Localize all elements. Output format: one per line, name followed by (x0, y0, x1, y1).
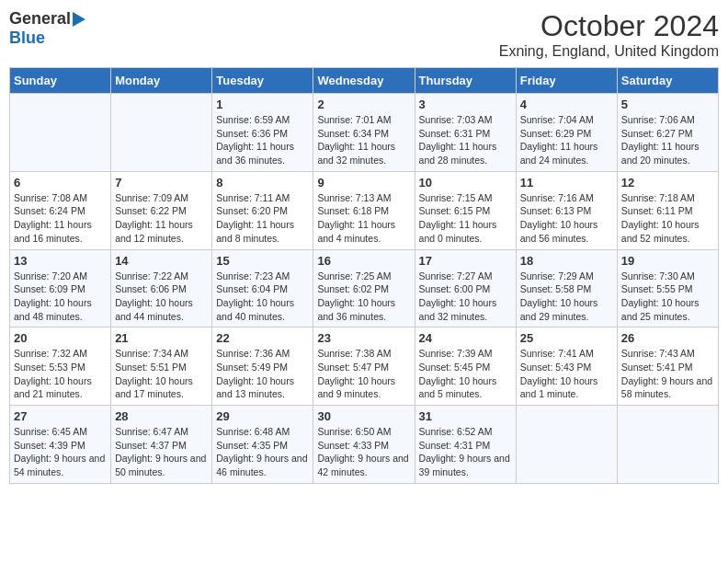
calendar-cell: 23Sunrise: 7:38 AM Sunset: 5:47 PM Dayli… (313, 327, 415, 406)
calendar-cell: 14Sunrise: 7:22 AM Sunset: 6:06 PM Dayli… (111, 249, 212, 327)
day-info: Sunrise: 7:30 AM Sunset: 5:55 PM Dayligh… (621, 270, 714, 324)
calendar-cell: 21Sunrise: 7:34 AM Sunset: 5:51 PM Dayli… (111, 327, 212, 406)
calendar-cell (111, 94, 212, 172)
day-number: 11 (520, 176, 613, 190)
day-of-week-header: Sunday (10, 68, 111, 94)
day-info: Sunrise: 6:45 AM Sunset: 4:39 PM Dayligh… (14, 425, 107, 479)
day-number: 5 (621, 98, 714, 111)
day-number: 6 (14, 176, 107, 190)
calendar-cell: 10Sunrise: 7:15 AM Sunset: 6:15 PM Dayli… (415, 171, 516, 249)
day-info: Sunrise: 7:27 AM Sunset: 6:00 PM Dayligh… (419, 270, 512, 324)
day-number: 7 (115, 176, 208, 190)
calendar-cell (10, 94, 111, 172)
day-info: Sunrise: 6:59 AM Sunset: 6:36 PM Dayligh… (216, 113, 309, 167)
day-info: Sunrise: 7:25 AM Sunset: 6:02 PM Dayligh… (317, 270, 410, 324)
month-title: October 2024 (499, 9, 719, 43)
day-number: 28 (115, 409, 208, 423)
day-info: Sunrise: 7:22 AM Sunset: 6:06 PM Dayligh… (115, 270, 208, 324)
day-number: 14 (115, 254, 208, 268)
calendar-week-row: 1Sunrise: 6:59 AM Sunset: 6:36 PM Daylig… (10, 94, 719, 172)
calendar: SundayMondayTuesdayWednesdayThursdayFrid… (9, 67, 719, 484)
logo: General Blue (9, 9, 85, 48)
header-row: SundayMondayTuesdayWednesdayThursdayFrid… (10, 68, 719, 94)
calendar-cell: 9Sunrise: 7:13 AM Sunset: 6:18 PM Daylig… (313, 171, 415, 249)
calendar-cell: 15Sunrise: 7:23 AM Sunset: 6:04 PM Dayli… (212, 249, 313, 327)
location-title: Exning, England, United Kingdom (499, 43, 719, 60)
calendar-cell: 26Sunrise: 7:43 AM Sunset: 5:41 PM Dayli… (617, 327, 718, 406)
day-info: Sunrise: 7:11 AM Sunset: 6:20 PM Dayligh… (216, 191, 309, 246)
day-number: 18 (520, 254, 613, 268)
day-number: 24 (419, 331, 512, 345)
calendar-cell: 31Sunrise: 6:52 AM Sunset: 4:31 PM Dayli… (415, 406, 516, 484)
calendar-week-row: 20Sunrise: 7:32 AM Sunset: 5:53 PM Dayli… (10, 327, 719, 406)
day-info: Sunrise: 7:38 AM Sunset: 5:47 PM Dayligh… (317, 347, 410, 401)
day-info: Sunrise: 6:47 AM Sunset: 4:37 PM Dayligh… (115, 425, 208, 479)
day-number: 15 (216, 254, 309, 268)
calendar-cell: 20Sunrise: 7:32 AM Sunset: 5:53 PM Dayli… (10, 327, 111, 406)
day-number: 25 (520, 331, 613, 345)
day-info: Sunrise: 7:41 AM Sunset: 5:43 PM Dayligh… (520, 347, 613, 401)
day-info: Sunrise: 7:06 AM Sunset: 6:27 PM Dayligh… (621, 113, 714, 167)
day-number: 2 (317, 98, 410, 111)
day-number: 21 (115, 331, 208, 345)
day-number: 12 (621, 176, 714, 190)
day-info: Sunrise: 7:20 AM Sunset: 6:09 PM Dayligh… (14, 270, 107, 324)
day-number: 16 (317, 254, 410, 268)
calendar-cell: 1Sunrise: 6:59 AM Sunset: 6:36 PM Daylig… (212, 94, 313, 172)
day-number: 27 (14, 409, 107, 423)
day-number: 13 (14, 254, 107, 268)
calendar-week-row: 27Sunrise: 6:45 AM Sunset: 4:39 PM Dayli… (10, 406, 719, 484)
day-number: 30 (317, 409, 410, 423)
day-of-week-header: Saturday (617, 68, 718, 94)
day-of-week-header: Tuesday (212, 68, 313, 94)
calendar-cell: 4Sunrise: 7:04 AM Sunset: 6:29 PM Daylig… (516, 94, 617, 172)
header: General Blue October 2024 Exning, Englan… (9, 9, 719, 60)
day-info: Sunrise: 7:29 AM Sunset: 5:58 PM Dayligh… (520, 270, 613, 324)
day-info: Sunrise: 7:43 AM Sunset: 5:41 PM Dayligh… (621, 347, 714, 401)
calendar-cell: 2Sunrise: 7:01 AM Sunset: 6:34 PM Daylig… (313, 94, 415, 172)
day-info: Sunrise: 7:32 AM Sunset: 5:53 PM Dayligh… (14, 347, 107, 401)
calendar-cell: 25Sunrise: 7:41 AM Sunset: 5:43 PM Dayli… (516, 327, 617, 406)
calendar-cell: 18Sunrise: 7:29 AM Sunset: 5:58 PM Dayli… (516, 249, 617, 327)
title-area: October 2024 Exning, England, United Kin… (499, 9, 719, 60)
day-info: Sunrise: 7:18 AM Sunset: 6:11 PM Dayligh… (621, 191, 714, 246)
calendar-cell: 13Sunrise: 7:20 AM Sunset: 6:09 PM Dayli… (10, 249, 111, 327)
day-info: Sunrise: 7:36 AM Sunset: 5:49 PM Dayligh… (216, 347, 309, 401)
day-info: Sunrise: 7:16 AM Sunset: 6:13 PM Dayligh… (520, 191, 613, 246)
calendar-cell (516, 406, 617, 484)
day-info: Sunrise: 7:01 AM Sunset: 6:34 PM Dayligh… (317, 113, 410, 167)
day-number: 31 (419, 409, 512, 423)
calendar-cell (617, 406, 718, 484)
calendar-cell: 8Sunrise: 7:11 AM Sunset: 6:20 PM Daylig… (212, 171, 313, 249)
day-number: 3 (419, 98, 512, 111)
day-number: 23 (317, 331, 410, 345)
day-info: Sunrise: 7:08 AM Sunset: 6:24 PM Dayligh… (14, 191, 107, 246)
day-number: 10 (419, 176, 512, 190)
calendar-week-row: 6Sunrise: 7:08 AM Sunset: 6:24 PM Daylig… (10, 171, 719, 249)
day-number: 1 (216, 98, 309, 111)
calendar-cell: 24Sunrise: 7:39 AM Sunset: 5:45 PM Dayli… (415, 327, 516, 406)
logo-general: General (9, 9, 71, 29)
day-info: Sunrise: 7:03 AM Sunset: 6:31 PM Dayligh… (419, 113, 512, 167)
calendar-cell: 16Sunrise: 7:25 AM Sunset: 6:02 PM Dayli… (313, 249, 415, 327)
day-number: 26 (621, 331, 714, 345)
day-info: Sunrise: 6:50 AM Sunset: 4:33 PM Dayligh… (317, 425, 410, 479)
day-info: Sunrise: 7:23 AM Sunset: 6:04 PM Dayligh… (216, 270, 309, 324)
day-info: Sunrise: 7:34 AM Sunset: 5:51 PM Dayligh… (115, 347, 208, 401)
day-info: Sunrise: 7:04 AM Sunset: 6:29 PM Dayligh… (520, 113, 613, 167)
day-of-week-header: Thursday (415, 68, 516, 94)
day-info: Sunrise: 7:39 AM Sunset: 5:45 PM Dayligh… (419, 347, 512, 401)
calendar-cell: 19Sunrise: 7:30 AM Sunset: 5:55 PM Dayli… (617, 249, 718, 327)
calendar-cell: 29Sunrise: 6:48 AM Sunset: 4:35 PM Dayli… (212, 406, 313, 484)
day-number: 19 (621, 254, 714, 268)
day-number: 22 (216, 331, 309, 345)
day-number: 9 (317, 176, 410, 190)
calendar-cell: 30Sunrise: 6:50 AM Sunset: 4:33 PM Dayli… (313, 406, 415, 484)
calendar-cell: 12Sunrise: 7:18 AM Sunset: 6:11 PM Dayli… (617, 171, 718, 249)
day-number: 17 (419, 254, 512, 268)
day-info: Sunrise: 7:09 AM Sunset: 6:22 PM Dayligh… (115, 191, 208, 246)
calendar-cell: 7Sunrise: 7:09 AM Sunset: 6:22 PM Daylig… (111, 171, 212, 249)
calendar-cell: 22Sunrise: 7:36 AM Sunset: 5:49 PM Dayli… (212, 327, 313, 406)
day-info: Sunrise: 6:48 AM Sunset: 4:35 PM Dayligh… (216, 425, 309, 479)
day-info: Sunrise: 7:15 AM Sunset: 6:15 PM Dayligh… (419, 191, 512, 246)
